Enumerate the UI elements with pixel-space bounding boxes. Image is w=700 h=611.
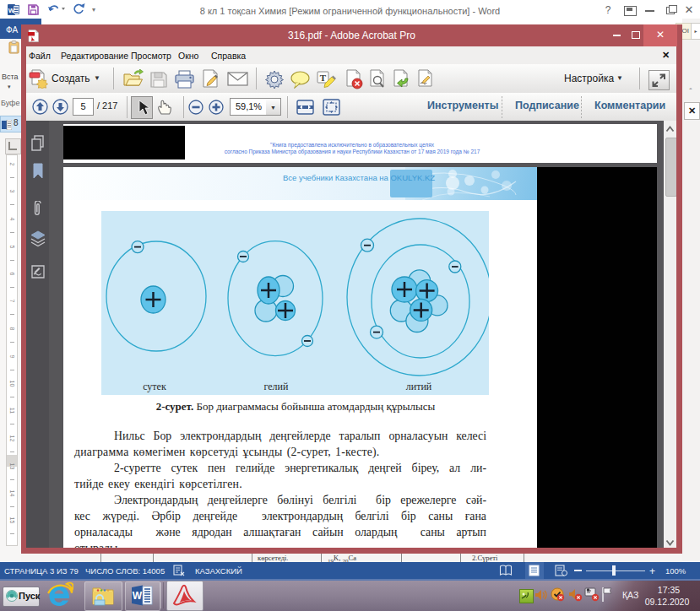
- svg-text:W: W: [133, 590, 143, 602]
- svg-text:литий: литий: [406, 381, 432, 392]
- svg-text:сутек: сутек: [143, 381, 166, 392]
- svg-text:гелий: гелий: [264, 381, 290, 392]
- svg-text:T: T: [320, 73, 327, 83]
